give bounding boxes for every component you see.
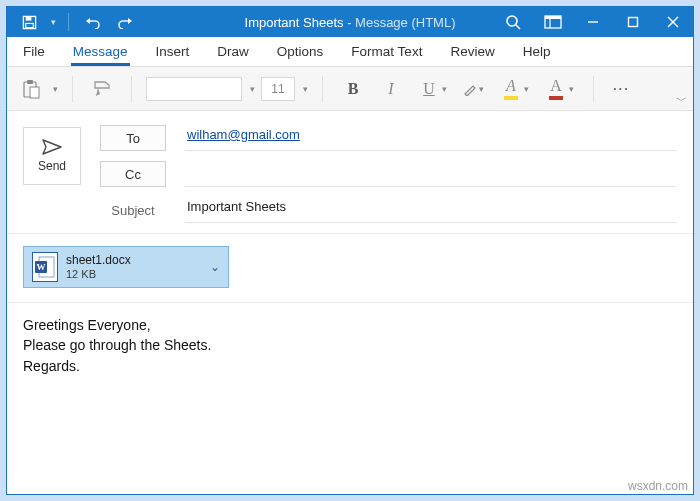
watermark: wsxdn.com <box>628 479 688 493</box>
titlebar-sys-group <box>493 7 693 37</box>
svg-rect-6 <box>545 16 561 19</box>
tab-draw[interactable]: Draw <box>215 38 251 66</box>
word-file-icon: W <box>32 252 58 282</box>
outlook-compose-window: ▾ Important Sheets - Message (HTML) <box>6 6 694 495</box>
maximize-button[interactable] <box>613 7 653 37</box>
tab-format-text[interactable]: Format Text <box>349 38 424 66</box>
window-mode-icon[interactable] <box>533 7 573 37</box>
format-painter-button[interactable] <box>87 76 117 102</box>
attachment-chip[interactable]: W sheet1.docx 12 KB ⌄ <box>23 246 229 288</box>
subject-field[interactable]: Important Sheets <box>185 197 677 223</box>
svg-text:W: W <box>37 262 46 272</box>
body-line: Regards. <box>23 356 677 376</box>
to-label-col: To <box>95 125 171 151</box>
tab-file[interactable]: File <box>21 38 47 66</box>
collapse-ribbon-icon[interactable]: ﹀ <box>676 93 687 108</box>
save-icon[interactable] <box>17 10 41 34</box>
svg-rect-2 <box>25 23 33 27</box>
ribbon-toolbar: ▾ ▾ 11▾ B I U▾ ▾ A▾ A▾ ··· <box>7 67 693 111</box>
title-document: Important Sheets <box>245 15 344 30</box>
svg-rect-13 <box>27 80 33 84</box>
more-commands-button[interactable]: ··· <box>608 76 635 102</box>
highlight-color-button[interactable]: A▾ <box>495 76 534 102</box>
minimize-button[interactable] <box>573 7 613 37</box>
to-button[interactable]: To <box>100 125 166 151</box>
compose-area: Send To wilham@gmail.com Cc Subject Impo… <box>7 111 693 494</box>
send-icon <box>42 139 62 155</box>
subject-label-col: Subject <box>95 203 171 218</box>
tab-options[interactable]: Options <box>275 38 326 66</box>
attachment-size: 12 KB <box>66 268 131 281</box>
font-size-selector[interactable]: 11 <box>261 77 295 101</box>
bold-button[interactable]: B <box>337 76 369 102</box>
undo-icon[interactable] <box>81 10 105 34</box>
cc-label-col: Cc <box>95 161 171 187</box>
font-color-button[interactable]: A▾ <box>540 76 579 102</box>
close-button[interactable] <box>653 7 693 37</box>
attachment-dropdown-icon[interactable]: ⌄ <box>210 260 220 274</box>
title-suffix: - Message (HTML) <box>344 15 456 30</box>
send-label: Send <box>38 159 66 173</box>
body-line: Greetings Everyone, <box>23 315 677 335</box>
subject-label: Subject <box>100 203 166 218</box>
quick-access-toolbar: ▾ <box>7 10 137 34</box>
send-wrapper: Send <box>23 127 95 185</box>
search-icon[interactable] <box>493 7 533 37</box>
tab-insert[interactable]: Insert <box>154 38 192 66</box>
pencil-color-button[interactable]: ▾ <box>458 76 489 102</box>
ribbon-tabs: File Message Insert Draw Options Format … <box>7 37 693 67</box>
chevron-down-icon[interactable]: ▾ <box>303 84 308 94</box>
font-name-selector[interactable] <box>146 77 242 101</box>
tab-review[interactable]: Review <box>448 38 496 66</box>
tab-help[interactable]: Help <box>521 38 553 66</box>
tab-message[interactable]: Message <box>71 38 130 66</box>
divider <box>7 302 693 303</box>
cc-field[interactable] <box>185 161 677 187</box>
paste-button[interactable] <box>17 76 45 102</box>
chevron-down-icon[interactable]: ▾ <box>53 84 58 94</box>
body-line: Please go through the Sheets. <box>23 335 677 355</box>
chevron-down-icon[interactable]: ▾ <box>250 84 255 94</box>
underline-button[interactable]: U▾ <box>413 76 452 102</box>
svg-line-4 <box>516 25 520 29</box>
to-field[interactable]: wilham@gmail.com <box>185 125 677 151</box>
window-title: Important Sheets - Message (HTML) <box>245 15 456 30</box>
send-button[interactable]: Send <box>23 127 81 185</box>
titlebar: ▾ Important Sheets - Message (HTML) <box>7 7 693 37</box>
message-body[interactable]: Greetings Everyone, Please go through th… <box>23 315 677 376</box>
svg-rect-9 <box>629 18 638 27</box>
svg-rect-1 <box>25 16 31 20</box>
svg-rect-14 <box>30 87 39 98</box>
attachment-name: sheet1.docx <box>66 254 131 268</box>
italic-button[interactable]: I <box>375 76 407 102</box>
svg-point-3 <box>507 16 517 26</box>
divider <box>7 233 693 234</box>
redo-icon[interactable] <box>113 10 137 34</box>
cc-button[interactable]: Cc <box>100 161 166 187</box>
